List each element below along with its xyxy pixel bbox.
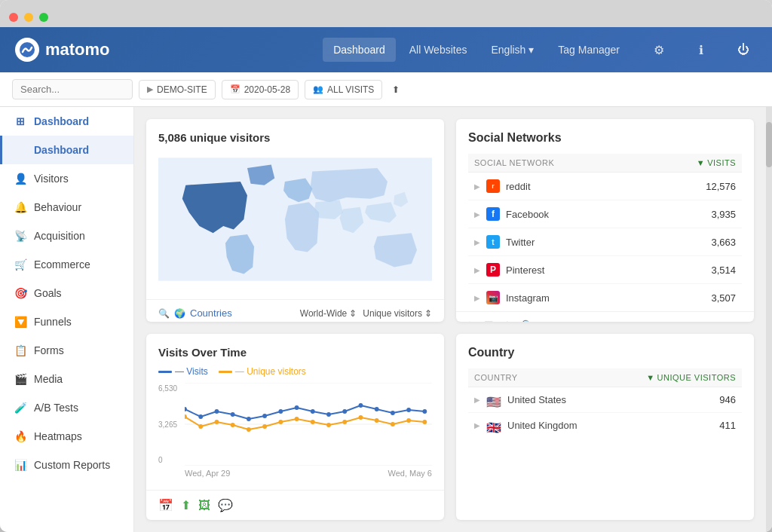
- legend-unique: — Unique visitors: [219, 366, 306, 377]
- country-col-header: COUNTRY: [474, 373, 518, 382]
- sidebar-item-dashboard[interactable]: Dashboard: [0, 136, 133, 164]
- date-selector-chip[interactable]: 📅 2020-05-28: [222, 80, 299, 99]
- collapse-toolbar-button[interactable]: ⬆: [388, 81, 403, 99]
- chart-image-icon[interactable]: 🖼: [198, 499, 210, 512]
- search-results-icon[interactable]: 🔍: [521, 320, 534, 322]
- logout-icon-button[interactable]: ⏻: [730, 36, 757, 63]
- search-icon: 🔍: [158, 308, 170, 319]
- row-expand-icon[interactable]: ▶: [474, 210, 480, 219]
- export-icon[interactable]: ⬆: [503, 320, 512, 322]
- row-expand-icon[interactable]: ▶: [474, 182, 480, 191]
- scope-chevron-icon: ⇕: [349, 308, 357, 319]
- nav-dashboard[interactable]: Dashboard: [323, 38, 396, 62]
- us-label: United States: [507, 394, 566, 405]
- svg-point-14: [326, 412, 331, 417]
- facebook-icon: f: [486, 207, 500, 221]
- countries-link[interactable]: Countries: [190, 307, 232, 319]
- right-scrollbar[interactable]: [766, 107, 772, 532]
- sidebar-item-ecommerce[interactable]: 🛒 Ecommerce: [0, 250, 133, 279]
- svg-point-6: [198, 414, 203, 419]
- social-card-footer: ⚙ ☰ ⬆ 🔍 10 ▼: [456, 311, 754, 322]
- nav-all-websites[interactable]: All Websites: [399, 38, 478, 62]
- sidebar-item-visitors[interactable]: 👤 Visitors: [0, 164, 133, 193]
- nav-links: Dashboard All Websites English ▾ Tag Man…: [323, 38, 630, 62]
- table-row: ▶ 📷 Instagram 3,507: [468, 284, 742, 311]
- sidebar-item-custom-reports[interactable]: 📊 Custom Reports: [0, 451, 133, 479]
- dashboard-parent-icon: ⊞: [14, 115, 26, 127]
- metric-select[interactable]: Unique visitors ⇕: [363, 308, 432, 319]
- scope-label: World-Wide: [300, 308, 347, 319]
- social-row-count[interactable]: 10 ▼: [724, 320, 745, 322]
- segment-selector-chip[interactable]: 👥 ALL VISITS: [305, 80, 382, 99]
- svg-point-22: [198, 424, 203, 429]
- play-icon: ▶: [147, 84, 153, 94]
- date-label: 2020-05-28: [244, 84, 290, 95]
- chart-footer: 📅 ⬆ 🖼 💬: [146, 490, 444, 520]
- logo-area: matomo: [15, 38, 308, 62]
- table-row: ▶ P Pinterest 3,514: [468, 256, 742, 284]
- map-footer-left[interactable]: 🔍 🌍 Countries: [158, 307, 232, 319]
- goals-icon: 🎯: [14, 287, 26, 299]
- minimize-button[interactable]: [24, 13, 33, 22]
- y-label-bottom: 0: [158, 456, 177, 464]
- chart-comment-icon[interactable]: 💬: [218, 498, 233, 512]
- sidebar-item-funnels[interactable]: 🔽 Funnels: [0, 307, 133, 336]
- close-button[interactable]: [9, 13, 18, 22]
- metric-label: Unique visitors: [363, 308, 422, 319]
- sidebar-item-media[interactable]: 🎬 Media: [0, 365, 133, 393]
- maximize-button[interactable]: [39, 13, 48, 22]
- svg-point-36: [422, 420, 427, 424]
- chart-calendar-icon[interactable]: 📅: [158, 498, 173, 512]
- nav-english[interactable]: English ▾: [480, 38, 544, 62]
- funnels-icon: 🔽: [14, 316, 26, 328]
- sidebar-item-funnels-label: Funnels: [34, 316, 72, 328]
- svg-point-31: [342, 420, 347, 424]
- sidebar-item-heatmaps[interactable]: 🔥 Heatmaps: [0, 422, 133, 451]
- nav-tag-manager[interactable]: Tag Manager: [547, 38, 630, 62]
- settings-icon-button[interactable]: ⚙: [645, 36, 672, 63]
- browser-body: matomo Dashboard All Websites English ▾ …: [0, 27, 772, 532]
- info-icon-button[interactable]: ℹ: [688, 36, 715, 63]
- instagram-icon: 📷: [486, 291, 500, 304]
- sidebar-item-goals[interactable]: 🎯 Goals: [0, 279, 133, 307]
- svg-point-7: [215, 409, 219, 414]
- chart-legend: — Visits — Unique visitors: [158, 366, 432, 377]
- sidebar-item-dashboard-parent[interactable]: ⊞ Dashboard: [0, 107, 133, 136]
- row-expand-icon[interactable]: ▶: [474, 421, 480, 430]
- svg-point-25: [247, 427, 251, 432]
- svg-point-20: [422, 409, 427, 414]
- row-expand-icon[interactable]: ▶: [474, 238, 480, 246]
- row-expand-icon[interactable]: ▶: [474, 266, 480, 274]
- visits-col-header[interactable]: ▼ VISITS: [697, 158, 736, 167]
- row-expand-icon[interactable]: ▶: [474, 294, 480, 302]
- abtests-icon: 🧪: [14, 402, 26, 414]
- visits-legend-label: — Visits: [175, 366, 208, 377]
- reddit-label: reddit: [506, 181, 531, 192]
- gear-icon[interactable]: ⚙: [465, 320, 475, 322]
- main-layout: ⊞ Dashboard Dashboard 👤 Visitors 🔔 Behav…: [0, 107, 772, 532]
- row-expand-icon[interactable]: ▶: [474, 396, 480, 404]
- scope-select[interactable]: World-Wide ⇕: [300, 308, 357, 319]
- scrollbar-thumb[interactable]: [766, 122, 772, 167]
- site-selector-chip[interactable]: ▶ DEMO-SITE: [139, 80, 216, 99]
- country-card-inner: Country COUNTRY ▼ UNIQUE VISITORS ▶: [456, 334, 754, 438]
- sidebar-item-abtests[interactable]: 🧪 A/B Tests: [0, 393, 133, 422]
- sidebar-item-forms[interactable]: 📋 Forms: [0, 336, 133, 365]
- unique-visitors-col-header[interactable]: ▼ UNIQUE VISITORS: [646, 373, 736, 382]
- svg-point-23: [215, 420, 219, 424]
- uk-flag-icon: 🇬🇧: [486, 420, 501, 431]
- table-icon[interactable]: ☰: [484, 320, 494, 322]
- visitors-icon: 👤: [14, 173, 26, 185]
- chart-export-icon[interactable]: ⬆: [181, 498, 191, 512]
- acquisition-icon: 📡: [14, 230, 26, 242]
- svg-point-30: [326, 423, 331, 427]
- sidebar-item-behaviour[interactable]: 🔔 Behaviour: [0, 193, 133, 222]
- search-input[interactable]: [12, 79, 133, 99]
- map-footer-selects: World-Wide ⇕ Unique visitors ⇕: [300, 308, 432, 319]
- svg-point-16: [359, 403, 363, 408]
- unique-legend-label: — Unique visitors: [235, 366, 306, 377]
- sidebar-item-abtests-label: A/B Tests: [34, 402, 78, 414]
- sidebar-item-acquisition[interactable]: 📡 Acquisition: [0, 222, 133, 250]
- x-label-end: Wed, May 6: [388, 469, 433, 478]
- twitter-value: 3,663: [711, 237, 736, 248]
